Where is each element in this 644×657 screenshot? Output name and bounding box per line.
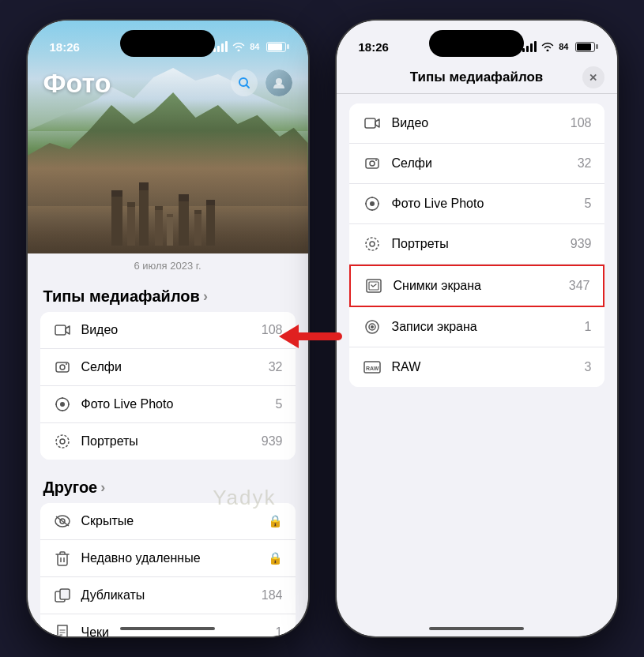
modal-content: Типы медиафайлов ✕ Видео 108 [337, 62, 617, 387]
modal-item-raw[interactable]: RAW RAW 3 [349, 347, 604, 387]
livephoto-icon [53, 395, 72, 414]
modal-header: Типы медиафайлов ✕ [337, 62, 617, 94]
duplicate-value: 184 [262, 588, 283, 603]
modal-item-video[interactable]: Видео 108 [349, 103, 604, 144]
hidden-lock: 🔒 [268, 514, 283, 528]
modal-livephoto-value: 5 [585, 197, 592, 211]
svg-rect-25 [365, 118, 375, 128]
section2-header[interactable]: Другое › [28, 472, 308, 503]
modal-video-icon [362, 113, 382, 133]
list-item-duplicate[interactable]: Дубликаты 184 [40, 577, 296, 614]
receipts-value: 1 [276, 625, 283, 636]
modal-raw-icon: RAW [362, 357, 382, 377]
modal-item-portrait[interactable]: Портреты 939 [349, 224, 604, 265]
arrow-container [275, 313, 346, 360]
section2-title: Другое [43, 479, 98, 497]
modal-portrait-label: Портреты [392, 237, 571, 251]
svg-point-14 [60, 439, 65, 444]
status-icons-1: 84 [213, 41, 285, 52]
list-item-receipts[interactable]: Чеки 1 [40, 614, 296, 636]
modal-item-screenshot[interactable]: Снимки экрана 347 [349, 265, 604, 307]
section1-title: Типы медиафайлов [43, 287, 200, 306]
trash-icon [53, 549, 72, 568]
avatar-button[interactable] [266, 69, 292, 96]
list-item-selfie[interactable]: Селфи 32 [40, 349, 296, 386]
status-time-1: 18:26 [50, 40, 80, 54]
status-icons-2: 84 [522, 41, 594, 52]
selfie-icon [53, 358, 72, 377]
svg-point-6 [66, 363, 67, 365]
home-indicator-2 [429, 627, 524, 630]
svg-point-27 [370, 161, 375, 166]
modal-selfie-icon [362, 153, 382, 174]
section1-header[interactable]: Типы медиафайлов › [28, 281, 308, 312]
app-title: Фото [43, 68, 111, 98]
village [111, 175, 308, 246]
modal-raw-value: 3 [585, 360, 592, 374]
receipts-icon [53, 623, 72, 636]
modal-video-label: Видео [392, 116, 571, 130]
deleted-lock: 🔒 [268, 551, 283, 565]
livephoto-label: Фото Live Photo [81, 397, 276, 411]
svg-line-17 [56, 516, 69, 526]
modal-item-selfie[interactable]: Селфи 32 [349, 144, 604, 184]
svg-point-13 [56, 435, 69, 448]
battery-icon-1 [266, 42, 286, 52]
duplicate-icon [53, 586, 72, 605]
modal-video-value: 108 [571, 116, 592, 130]
modal-selfie-value: 32 [578, 156, 592, 171]
section2-chevron: › [100, 479, 105, 496]
photo-date: 6 июля 2023 г. [28, 253, 308, 281]
wifi-icon [232, 42, 245, 51]
dynamic-island-1 [120, 30, 215, 57]
modal-list: Видео 108 Селфи 32 [349, 103, 604, 387]
svg-point-41 [371, 325, 374, 328]
list-item-portrait[interactable]: Портреты 939 [40, 423, 296, 460]
battery-num-1: 84 [250, 42, 259, 51]
svg-text:RAW: RAW [366, 366, 379, 371]
directional-arrow [275, 313, 346, 360]
phone-2-screen: 18:26 84 [337, 21, 617, 636]
modal-item-livephoto[interactable]: Фото Live Photo 5 [349, 184, 604, 224]
modal-screenrec-value: 1 [585, 320, 592, 334]
video-label: Видео [81, 323, 262, 337]
wifi-icon-2 [541, 42, 554, 51]
svg-point-2 [276, 78, 282, 84]
signal-icon [213, 41, 228, 52]
svg-point-30 [370, 201, 375, 206]
phone-2: 18:26 84 [337, 21, 617, 636]
list-item-video[interactable]: Видео 108 [40, 312, 296, 349]
modal-raw-label: RAW [392, 360, 585, 374]
home-indicator-1 [120, 627, 215, 630]
selfie-label: Селфи [81, 360, 269, 374]
battery-num-2: 84 [559, 42, 568, 51]
svg-point-35 [366, 238, 378, 250]
search-button[interactable] [231, 69, 258, 96]
modal-screenrec-label: Записи экрана [392, 320, 585, 334]
list-item-livephoto[interactable]: Фото Live Photo 5 [40, 386, 296, 423]
modal-screenshot-value: 347 [569, 279, 590, 293]
modal-livephoto-label: Фото Live Photo [392, 197, 585, 211]
phone-1: 18:26 84 [28, 21, 308, 636]
modal-screenshot-label: Снимки экрана [394, 279, 569, 293]
svg-rect-3 [55, 325, 66, 335]
list-item-hidden[interactable]: Скрытые 🔒 [40, 503, 296, 540]
search-icon [238, 77, 250, 89]
hidden-label: Скрытые [81, 514, 268, 528]
list-item-deleted[interactable]: Недавно удаленные 🔒 [40, 540, 296, 577]
battery-icon-2 [575, 42, 595, 52]
portrait-value: 939 [262, 434, 283, 449]
dynamic-island-2 [429, 30, 524, 57]
modal-close-button[interactable]: ✕ [582, 66, 604, 88]
modal-item-screenrec[interactable]: Записи экрана 1 [349, 307, 604, 347]
deleted-label: Недавно удаленные [81, 551, 268, 565]
status-time-2: 18:26 [359, 40, 389, 54]
app-title-overlay: Фото [43, 68, 111, 99]
svg-point-36 [370, 242, 375, 246]
svg-point-5 [60, 365, 65, 370]
media-types-list: Видео 108 Селфи 32 [40, 312, 296, 460]
close-x: ✕ [589, 72, 597, 84]
modal-livephoto-icon [362, 193, 382, 214]
selfie-value: 32 [269, 360, 283, 374]
phone-1-screen: 18:26 84 [28, 21, 308, 636]
